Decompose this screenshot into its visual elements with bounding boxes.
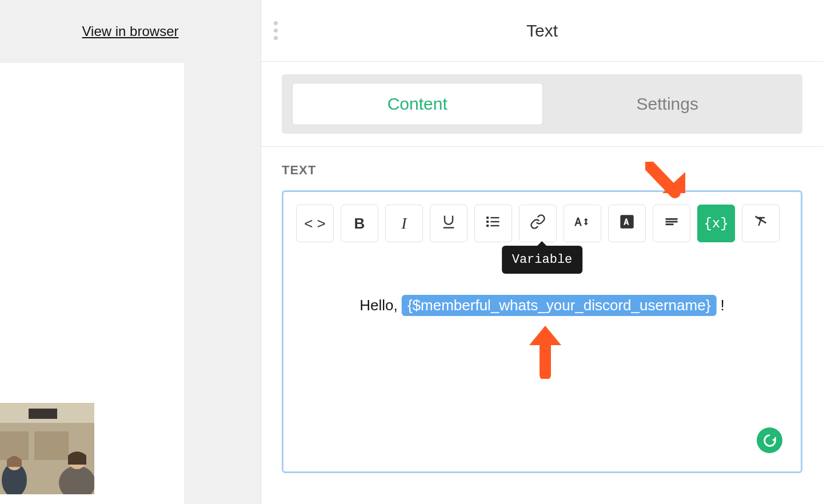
tab-settings[interactable]: Settings [543,83,793,125]
svg-rect-2 [29,409,57,419]
font-size-icon [574,213,591,234]
background-color-icon [619,214,635,234]
font-size-button[interactable] [564,205,601,242]
drag-handle-icon[interactable] [274,21,278,40]
list-button[interactable] [474,205,512,242]
text-after: ! [716,297,724,314]
link-icon [530,214,546,234]
bold-button[interactable]: B [341,205,378,242]
underline-icon [441,214,457,234]
variable-chip[interactable]: {$memberful_whats_your_discord_username} [402,295,716,316]
preview-image [0,403,94,494]
clear-format-icon [753,214,769,234]
italic-button[interactable]: I [385,205,423,242]
background-color-button[interactable] [608,205,646,242]
italic-icon: I [401,214,406,233]
variable-button[interactable]: {x} Variable [697,205,735,242]
preview-panel: View in browser t here [0,0,261,504]
code-button[interactable]: < > [296,205,334,242]
view-in-browser-link[interactable]: View in browser [82,23,179,39]
variable-icon: {x} [704,216,728,231]
link-button[interactable] [519,205,557,242]
section-label: TEXT [282,163,802,178]
svg-point-15 [487,225,488,226]
editor-panel: Text Content Settings TEXT < > B I [261,0,823,504]
underline-button[interactable] [430,205,468,242]
list-icon [485,214,501,234]
editor-text-content[interactable]: Hello, {$memberful_whats_your_discord_us… [359,295,725,316]
panel-title: Text [526,21,558,41]
align-button[interactable] [653,205,690,242]
svg-rect-4 [34,431,69,460]
bold-icon: B [354,215,365,233]
tabs: Content Settings [282,74,802,134]
panel-header: Text [261,0,823,62]
clear-format-button[interactable] [742,205,780,242]
toolbar: < > B I [296,205,788,242]
code-icon: < > [304,215,326,233]
tabs-container: Content Settings [261,62,823,146]
svg-point-14 [487,221,488,222]
preview-body: t here [0,63,184,504]
preview-header: View in browser [0,0,261,63]
editor-section: TEXT < > B I [261,146,823,473]
text-before: Hello, [359,297,402,314]
grammarly-badge-icon[interactable] [757,427,782,453]
align-icon [664,214,680,234]
svg-point-13 [487,217,488,218]
annotation-arrow-top [645,162,688,209]
tab-content[interactable]: Content [292,83,543,125]
variable-tooltip: Variable [502,246,583,274]
annotation-arrow-bottom [524,325,567,379]
